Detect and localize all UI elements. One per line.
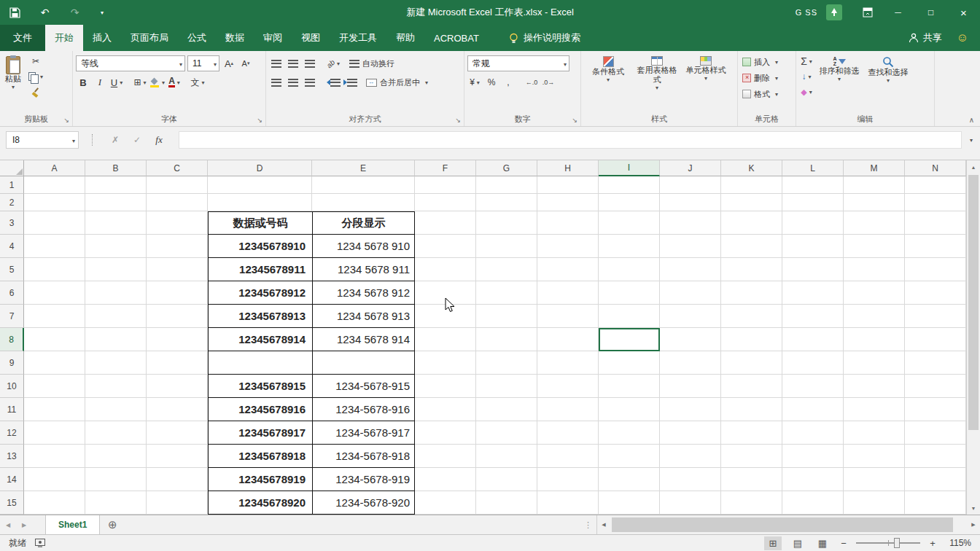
cell-G12[interactable] <box>476 421 537 445</box>
tab-scrollbar-splitter[interactable]: ⋮ <box>580 515 596 534</box>
cell-B10[interactable] <box>85 375 147 398</box>
align-bottom-button[interactable] <box>303 55 317 71</box>
scroll-down-arrow[interactable]: ▼ <box>967 501 980 515</box>
find-select-button[interactable]: 查找和选择 <box>865 54 911 83</box>
cell-N13[interactable] <box>905 445 966 468</box>
cell-E14[interactable]: 1234-5678-919 <box>312 468 415 491</box>
cell-C15[interactable] <box>147 491 208 515</box>
cell-F8[interactable] <box>415 328 476 351</box>
cell-K11[interactable] <box>721 398 782 421</box>
cell-E11[interactable]: 1234-5678-916 <box>312 398 415 421</box>
cell-M5[interactable] <box>844 258 905 281</box>
cell-G3[interactable] <box>476 211 537 235</box>
collapse-ribbon-button[interactable]: ∧ <box>969 116 974 124</box>
cell-M4[interactable] <box>844 235 905 258</box>
name-box[interactable]: I8 <box>6 131 79 149</box>
cell-M13[interactable] <box>844 445 905 468</box>
cell-L13[interactable] <box>782 445 844 468</box>
cell-A7[interactable] <box>24 305 85 328</box>
format-cells-button[interactable]: 格式 <box>741 86 793 102</box>
borders-button[interactable]: ⊞ <box>133 74 147 90</box>
cell-D12[interactable]: 12345678917 <box>208 421 312 445</box>
cell-K10[interactable] <box>721 375 782 398</box>
cell-F2[interactable] <box>415 194 476 211</box>
row-header-8[interactable]: 8 <box>0 328 24 351</box>
user-avatar[interactable] <box>826 4 842 20</box>
cell-D3[interactable]: 数据或号码 <box>208 211 312 235</box>
row-header-3[interactable]: 3 <box>0 211 24 235</box>
cell-N10[interactable] <box>905 375 966 398</box>
cell-B6[interactable] <box>85 281 147 305</box>
row-header-12[interactable]: 12 <box>0 421 24 445</box>
view-normal-button[interactable]: ⊞ <box>764 536 782 550</box>
cell-K8[interactable] <box>721 328 782 351</box>
tab-公式[interactable]: 公式 <box>178 25 216 51</box>
cell-I11[interactable] <box>599 398 660 421</box>
cell-N12[interactable] <box>905 421 966 445</box>
cell-N14[interactable] <box>905 468 966 491</box>
save-button[interactable] <box>9 7 21 19</box>
cell-E15[interactable]: 1234-5678-920 <box>312 491 415 515</box>
cell-H5[interactable] <box>537 258 599 281</box>
view-page-layout-button[interactable]: ▤ <box>789 536 806 550</box>
cell-A13[interactable] <box>24 445 85 468</box>
tab-帮助[interactable]: 帮助 <box>386 25 424 51</box>
cell-A1[interactable] <box>24 176 85 194</box>
cell-E1[interactable] <box>312 176 415 194</box>
cell-C8[interactable] <box>147 328 208 351</box>
cell-E6[interactable]: 1234 5678 912 <box>312 281 415 305</box>
align-middle-button[interactable] <box>286 55 300 71</box>
cell-L8[interactable] <box>782 328 844 351</box>
cell-C12[interactable] <box>147 421 208 445</box>
tab-开发工具[interactable]: 开发工具 <box>330 25 386 51</box>
cell-D14[interactable]: 12345678919 <box>208 468 312 491</box>
feedback-smiley-button[interactable]: ☺ <box>949 25 980 51</box>
qat-customize-button[interactable]: ▾ <box>98 7 106 19</box>
cell-C10[interactable] <box>147 375 208 398</box>
cell-E5[interactable]: 1234 5678 911 <box>312 258 415 281</box>
cell-L12[interactable] <box>782 421 844 445</box>
cell-F10[interactable] <box>415 375 476 398</box>
cell-N2[interactable] <box>905 194 966 211</box>
cell-B9[interactable] <box>85 351 147 375</box>
undo-button[interactable]: ↶ <box>39 7 51 19</box>
scroll-right-arrow[interactable]: ▶ <box>967 522 980 528</box>
formula-input[interactable] <box>179 131 962 149</box>
cell-D10[interactable]: 12345678915 <box>208 375 312 398</box>
cell-G7[interactable] <box>476 305 537 328</box>
cell-F6[interactable] <box>415 281 476 305</box>
cell-J11[interactable] <box>660 398 721 421</box>
italic-button[interactable] <box>93 74 107 90</box>
delete-cells-button[interactable]: 删除 <box>741 70 793 86</box>
cell-F4[interactable] <box>415 235 476 258</box>
cell-I10[interactable] <box>599 375 660 398</box>
minimize-button[interactable]: ─ <box>882 0 914 25</box>
redo-button[interactable]: ↷ <box>69 7 81 19</box>
cell-H14[interactable] <box>537 468 599 491</box>
cell-E10[interactable]: 1234-5678-915 <box>312 375 415 398</box>
conditional-formatting-button[interactable]: 条件格式 <box>584 54 632 82</box>
column-header-I[interactable]: I <box>599 160 660 176</box>
cell-L15[interactable] <box>782 491 844 515</box>
cell-M10[interactable] <box>844 375 905 398</box>
cell-J13[interactable] <box>660 445 721 468</box>
cell-styles-button[interactable]: 单元格样式 <box>682 54 730 81</box>
tab-页面布局[interactable]: 页面布局 <box>121 25 178 51</box>
format-as-table-button[interactable]: 套用表格格式 <box>634 54 680 90</box>
column-header-E[interactable]: E <box>312 160 415 176</box>
align-left-button[interactable] <box>269 74 284 90</box>
cell-G15[interactable] <box>476 491 537 515</box>
fill-color-button[interactable] <box>149 74 165 90</box>
cell-C1[interactable] <box>147 176 208 194</box>
cell-M1[interactable] <box>844 176 905 194</box>
cell-A11[interactable] <box>24 398 85 421</box>
column-header-M[interactable]: M <box>844 160 905 176</box>
cell-M2[interactable] <box>844 194 905 211</box>
sheet-nav-right[interactable]: ▶ <box>16 515 32 534</box>
cell-J9[interactable] <box>660 351 721 375</box>
share-button[interactable]: 共享 <box>901 25 949 51</box>
vertical-scroll-thumb[interactable] <box>968 175 979 430</box>
formula-bar-expand-button[interactable] <box>968 136 973 144</box>
cell-N3[interactable] <box>905 211 966 235</box>
paste-button[interactable]: 粘贴 <box>3 54 23 90</box>
